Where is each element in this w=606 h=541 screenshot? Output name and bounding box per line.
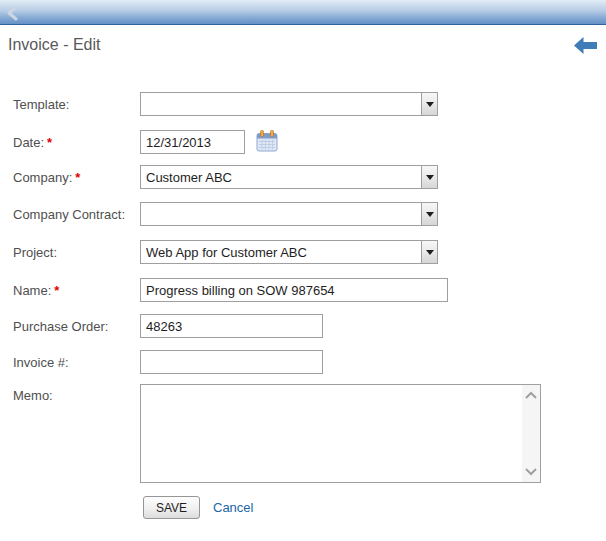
date-input[interactable]: [140, 130, 245, 154]
template-combobox[interactable]: [140, 92, 438, 116]
project-input[interactable]: [140, 240, 421, 264]
caret-down-icon: [426, 102, 434, 107]
required-marker: *: [54, 283, 59, 298]
date-label-text: Date:: [13, 135, 44, 150]
company-contract-input[interactable]: [140, 202, 421, 226]
project-label: Project:: [13, 245, 137, 260]
header-back-button[interactable]: [6, 5, 20, 21]
name-input[interactable]: [140, 278, 448, 302]
invoice-number-input[interactable]: [140, 350, 323, 374]
memo-label-text: Memo:: [13, 388, 53, 403]
company-contract-dropdown-button[interactable]: [421, 202, 438, 226]
page-title: Invoice - Edit: [8, 36, 100, 54]
invoice-number-label-text: Invoice #:: [13, 355, 69, 370]
caret-down-icon: [426, 212, 434, 217]
required-marker: *: [75, 170, 80, 185]
purchase-order-label-text: Purchase Order:: [13, 319, 108, 334]
company-input[interactable]: [140, 165, 421, 189]
chevron-left-icon: [6, 5, 20, 21]
name-label-text: Name:: [13, 283, 51, 298]
memo-scrollbar[interactable]: [522, 385, 540, 482]
template-input[interactable]: [140, 92, 421, 116]
project-label-text: Project:: [13, 245, 57, 260]
caret-down-icon: [426, 175, 434, 180]
memo-label: Memo:: [13, 388, 137, 403]
chevron-up-icon[interactable]: [524, 389, 538, 403]
company-contract-combobox[interactable]: [140, 202, 438, 226]
date-label: Date:*: [13, 135, 137, 150]
date-picker-button[interactable]: [255, 130, 279, 154]
company-contract-label: Company Contract:: [13, 207, 137, 222]
purchase-order-input[interactable]: [140, 314, 323, 338]
chevron-down-icon[interactable]: [524, 464, 538, 478]
name-label: Name:*: [13, 283, 137, 298]
project-combobox[interactable]: [140, 240, 438, 264]
save-button[interactable]: SAVE: [143, 496, 200, 519]
cancel-link[interactable]: Cancel: [213, 500, 253, 515]
invoice-number-label: Invoice #:: [13, 355, 137, 370]
project-dropdown-button[interactable]: [421, 240, 438, 264]
memo-textarea[interactable]: [141, 385, 521, 482]
company-combobox[interactable]: [140, 165, 438, 189]
required-marker: *: [47, 135, 52, 150]
template-dropdown-button[interactable]: [421, 92, 438, 116]
template-label: Template:: [13, 97, 137, 112]
arrow-left-icon: [574, 37, 597, 54]
company-label: Company:*: [13, 170, 137, 185]
template-label-text: Template:: [13, 97, 69, 112]
back-button[interactable]: [573, 37, 597, 55]
company-dropdown-button[interactable]: [421, 165, 438, 189]
caret-down-icon: [426, 250, 434, 255]
header-bar: [0, 0, 606, 25]
company-contract-label-text: Company Contract:: [13, 207, 125, 222]
memo-field: [140, 384, 541, 483]
purchase-order-label: Purchase Order:: [13, 319, 137, 334]
invoice-edit-page: Invoice - Edit Template: Date:*: [0, 0, 606, 541]
company-label-text: Company:: [13, 170, 72, 185]
calendar-icon: [256, 130, 278, 152]
